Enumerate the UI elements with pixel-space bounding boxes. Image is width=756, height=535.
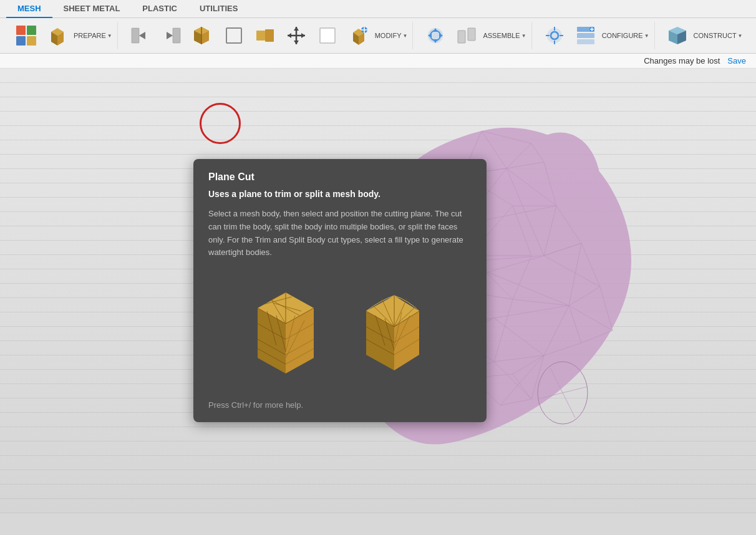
prepare-btn-1[interactable] [11,22,41,49]
modify-label[interactable]: MODIFY ▼ [375,32,408,39]
tooltip-footer: Press Ctrl+/ for more help. [208,400,472,410]
svg-rect-46 [577,33,594,38]
prepare-dropdown-arrow: ▼ [107,33,112,39]
modify-btn-8[interactable] [344,22,374,49]
svg-rect-15 [226,28,241,43]
construct-icon [666,24,689,47]
svg-rect-7 [132,28,139,43]
save-button[interactable]: Save [727,56,746,65]
modify-btn-7[interactable] [313,22,342,49]
toolbar-tabs: MESH SHEET METAL PLASTIC UTILITIES [0,0,756,18]
prepare-group: PREPARE ▼ [6,22,118,49]
svg-rect-37 [458,31,465,43]
prepare-label[interactable]: PREPARE ▼ [74,32,112,39]
plane-cut-btn[interactable] [188,22,218,49]
tooltip-illustrations [208,271,472,389]
configure-label[interactable]: CONFIGURE ▼ [602,32,649,39]
tooltip-popup: Plane Cut Uses a plane to trim or split … [193,159,487,422]
cube-illustration-1 [239,277,332,383]
assemble-dropdown-arrow: ▼ [521,33,526,39]
svg-marker-23 [301,33,305,38]
construct-dropdown-arrow: ▼ [738,33,743,39]
modify-btn-5[interactable] [250,22,280,49]
main-viewport[interactable]: Plane Cut Uses a plane to trim or split … [0,69,756,513]
configure-group: CONFIGURE ▼ [535,22,655,49]
move-btn[interactable] [281,22,311,49]
modify-btn-4[interactable] [219,22,249,49]
tab-sheet-metal[interactable]: SHEET METAL [52,0,132,18]
svg-rect-16 [256,31,265,41]
tooltip-title: Plane Cut [208,171,472,183]
svg-rect-38 [468,28,475,41]
tooltip-body: Select a mesh body, then select and posi… [208,208,472,259]
arrow-in-icon [129,24,152,47]
gold-cube-starburst-icon [347,24,370,47]
assemble-group: ASSEMBLE ▼ [415,22,531,49]
configure-btn-1[interactable] [540,22,569,49]
svg-marker-22 [288,33,291,38]
move-icon [285,24,308,47]
prepare-icon-1 [15,24,37,47]
modify-group: MODIFY ▼ [120,22,414,49]
prepare-btn-2[interactable] [42,22,72,49]
construct-btn-1[interactable] [662,22,692,49]
construct-group: CONSTRUCT ▼ [657,22,748,49]
toolbar: MESH SHEET METAL PLASTIC UTILITIES [0,0,756,54]
assemble-btn-1[interactable] [420,22,450,49]
svg-marker-10 [167,32,173,39]
white-cube-icon [316,24,339,47]
square-outline-icon [223,24,245,47]
assemble-btn-2[interactable] [452,22,482,49]
notification-bar: Changes may be lost Save [0,54,756,69]
configure-dropdown-arrow: ▼ [644,33,649,39]
svg-marker-21 [294,41,299,44]
svg-rect-24 [320,28,335,43]
svg-rect-3 [27,36,36,46]
plane-cut-icon [191,24,214,47]
configure-btn-2[interactable] [571,22,601,49]
changes-warning-text: Changes may be lost [644,56,720,65]
tab-mesh[interactable]: MESH [6,0,52,18]
modify-btn-1[interactable] [125,22,155,49]
configure-icon-2 [574,24,597,47]
svg-rect-0 [16,26,26,35]
svg-rect-17 [265,29,274,42]
svg-marker-20 [294,27,299,31]
svg-rect-2 [16,36,26,46]
svg-rect-9 [173,28,180,43]
arrow-out-icon [160,24,183,47]
assemble-label[interactable]: ASSEMBLE ▼ [483,32,526,39]
assemble-icon-1 [424,24,447,47]
cube-illustration-2 [347,277,441,383]
tooltip-subtitle: Uses a plane to trim or split a mesh bod… [208,189,472,199]
assemble-icon-2 [455,24,478,47]
tab-utilities[interactable]: UTILITIES [188,0,249,18]
modify-btn-2[interactable] [157,22,187,49]
modify-dropdown-arrow: ▼ [402,33,407,39]
svg-marker-8 [139,32,145,39]
svg-rect-47 [577,39,594,44]
prepare-icon-2 [46,24,69,47]
tab-plastic[interactable]: PLASTIC [131,0,188,18]
gold-shapes-icon [254,24,276,47]
svg-rect-1 [27,26,36,35]
configure-icon-1 [543,24,566,47]
toolbar-icon-row: PREPARE ▼ [0,18,756,53]
construct-label[interactable]: CONSTRUCT ▼ [694,32,743,39]
